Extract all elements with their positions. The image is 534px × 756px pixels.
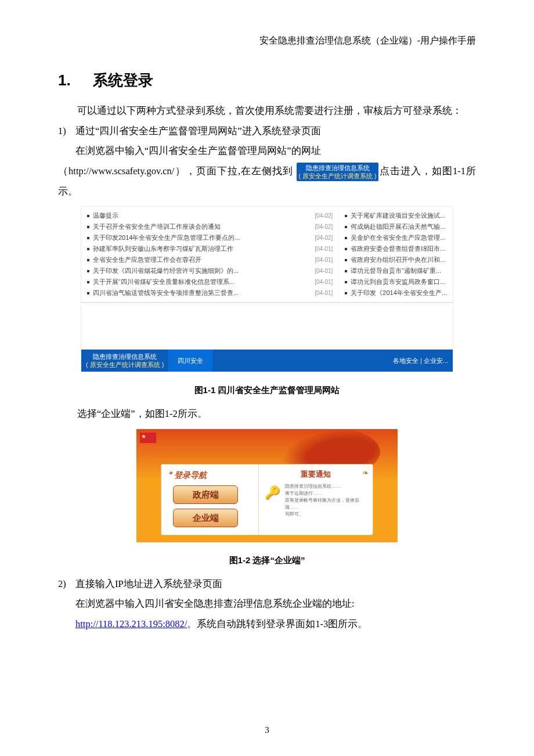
figure-caption-1: 图1-1 四川省安全生产监督管理局网站 bbox=[58, 385, 476, 396]
bar-mid-tab[interactable]: 四川安全 bbox=[168, 350, 212, 372]
news-item[interactable]: 全省安全生产应急管理工作会在蓉召开[04-01] bbox=[87, 254, 333, 265]
method-2-tail: 。系统自动跳转到登录界面如1-3图所示。 bbox=[187, 618, 367, 629]
bar-system-badge[interactable]: 隐患排查治理信息系统 ( 原安全生产统计调查系统 ) bbox=[81, 350, 168, 372]
screenshot-website: 温馨提示[04-02]关于召开全省安全生产培训工作座谈会的通知[04-02]关于… bbox=[81, 206, 453, 372]
flag-icon bbox=[140, 433, 156, 443]
method-2-line2: http://118.123.213.195:8082/。系统自动跳转到登录界面… bbox=[75, 614, 476, 635]
login-nav-pane: ✶登录导航 政府端 企业端 bbox=[161, 465, 258, 535]
heading-1: 1.系统登录 bbox=[58, 70, 476, 91]
method-2-line1: 在浏览器中输入四川省安全隐患排查治理信息系统企业端的地址: bbox=[75, 594, 476, 614]
method-2: 2) 直接输入IP地址进入系统登录页面 在浏览器中输入四川省安全隐患排查治理信息… bbox=[58, 574, 476, 635]
news-item[interactable]: 关于印发2014年全省安全生产应急管理工作要点的...[04-02] bbox=[87, 232, 333, 243]
key-icon: 🔑 bbox=[265, 483, 280, 518]
login-panel: ✶登录导航 政府端 企业端 ❧ 重要通知 🔑 隐患排查治理信息系统…… 将于近期… bbox=[161, 464, 373, 535]
choose-enterprise-text: 选择“企业端”，如图1-2所示。 bbox=[58, 404, 476, 424]
enterprise-portal-button[interactable]: 企业端 bbox=[173, 509, 238, 527]
news-item[interactable]: 谭功元到自贡市安监局政务窗口... bbox=[345, 276, 447, 287]
page-number: 3 bbox=[0, 725, 534, 735]
login-nav-title: ✶登录导航 bbox=[168, 470, 251, 481]
intro-paragraph: 可以通过以下两种方式登录到系统，首次使用系统需要进行注册，审核后方可登录系统： bbox=[58, 101, 476, 121]
notice-body: 隐患排查治理信息系统…… 将于近期进行…… 原有登录帐号将转换为企业，登录后填…… bbox=[285, 483, 367, 518]
news-item[interactable]: 四川省油气输送管线等安全专项排查整治第三督查...[04-01] bbox=[87, 287, 333, 298]
news-item[interactable]: 关于尾矿库建设项目安全设施试... bbox=[345, 210, 447, 221]
news-item[interactable]: 谭功元督导自贡市“遏制煤矿重... bbox=[345, 265, 447, 276]
notice-title: 重要通知 bbox=[265, 469, 367, 480]
bottom-nav-bar: 隐患排查治理信息系统 ( 原安全生产统计调查系统 ) 四川安全 各地安全 | 企… bbox=[81, 350, 453, 372]
news-item[interactable]: 关于印发《2014年全省安全生产... bbox=[345, 287, 447, 298]
direct-ip-link[interactable]: http://118.123.213.195:8082/ bbox=[75, 618, 187, 629]
method-2-title: 直接输入IP地址进入系统登录页面 bbox=[75, 574, 476, 595]
news-item[interactable]: 省政府安委会督查组督查绵阳市... bbox=[345, 243, 447, 254]
page: 安全隐患排查治理信息系统（企业端）-用户操作手册 1.系统登录 可以通过以下两种… bbox=[0, 0, 534, 756]
screenshot-portal: ✶登录导航 政府端 企业端 ❧ 重要通知 🔑 隐患排查治理信息系统…… 将于近期… bbox=[136, 429, 398, 542]
running-header: 安全隐患排查治理信息系统（企业端）-用户操作手册 bbox=[58, 35, 476, 47]
news-item[interactable]: 关于印发《四川省烟花爆竹经营许可实施细则》的...[04-01] bbox=[87, 265, 333, 276]
gov-portal-button[interactable]: 政府端 bbox=[173, 485, 238, 504]
badge-line1: 隐患排查治理信息系统 bbox=[306, 164, 370, 171]
bar-right-links[interactable]: 各地安全 | 企业安... bbox=[388, 350, 453, 372]
news-item[interactable]: 温馨提示[04-02] bbox=[87, 210, 333, 221]
leaf-icon: ❧ bbox=[362, 468, 369, 477]
notice-pane: ❧ 重要通知 🔑 隐患排查治理信息系统…… 将于近期进行…… 原有登录帐号将转换… bbox=[258, 465, 373, 535]
url-fragment: （http://www.scsafety.gov.cn/），页面下拉,在左侧找到 bbox=[58, 165, 293, 177]
bar-badge-line1: 隐患排查治理信息系统 bbox=[93, 352, 157, 361]
news-list-left: 温馨提示[04-02]关于召开全省安全生产培训工作座谈会的通知[04-02]关于… bbox=[81, 207, 339, 302]
news-item[interactable]: 省政府安办组织召开中央在川和... bbox=[345, 254, 447, 265]
system-badge[interactable]: 隐患排查治理信息系统 ( 原安全生产统计调查系统 ) bbox=[297, 163, 379, 181]
news-item[interactable]: 何成炳赴德阳开展石油天然气输... bbox=[345, 221, 447, 232]
news-item[interactable]: 孙建军率队到安徽山东考察学习煤矿瓦斯治理工作[04-01] bbox=[87, 243, 333, 254]
bar-badge-line2: ( 原安全生产统计调查系统 ) bbox=[86, 361, 164, 369]
method-1-line2: （http://www.scsafety.gov.cn/），页面下拉,在左侧找到… bbox=[58, 161, 476, 201]
sparkle-icon: ✶ bbox=[168, 470, 173, 476]
news-item[interactable]: 关于召开全省安全生产培训工作座谈会的通知[04-02] bbox=[87, 221, 333, 232]
list-number: 1) bbox=[58, 121, 75, 142]
method-1: 1) 通过“四川省安全生产监督管理局网站”进入系统登录页面 在浏览器中输入“四川… bbox=[58, 121, 476, 161]
heading-number: 1. bbox=[58, 71, 93, 89]
heading-text: 系统登录 bbox=[93, 71, 153, 89]
news-item[interactable]: 吴金炉在全省安全生产应急管理... bbox=[345, 232, 447, 243]
list-number: 2) bbox=[58, 574, 75, 595]
news-list-right: 关于尾矿库建设项目安全设施试...何成炳赴德阳开展石油天然气输...吴金炉在全省… bbox=[339, 207, 453, 302]
news-item[interactable]: 关于开展“四川省煤矿安全质量标准化信息管理系...[04-01] bbox=[87, 276, 333, 287]
method-1-line1: 在浏览器中输入“四川省安全生产监督管理局网站”的网址 bbox=[75, 141, 476, 161]
method-1-title: 通过“四川省安全生产监督管理局网站”进入系统登录页面 bbox=[75, 121, 476, 142]
figure-caption-2: 图1-2 选择“企业端” bbox=[58, 555, 476, 566]
badge-line2: ( 原安全生产统计调查系统 ) bbox=[299, 172, 377, 179]
